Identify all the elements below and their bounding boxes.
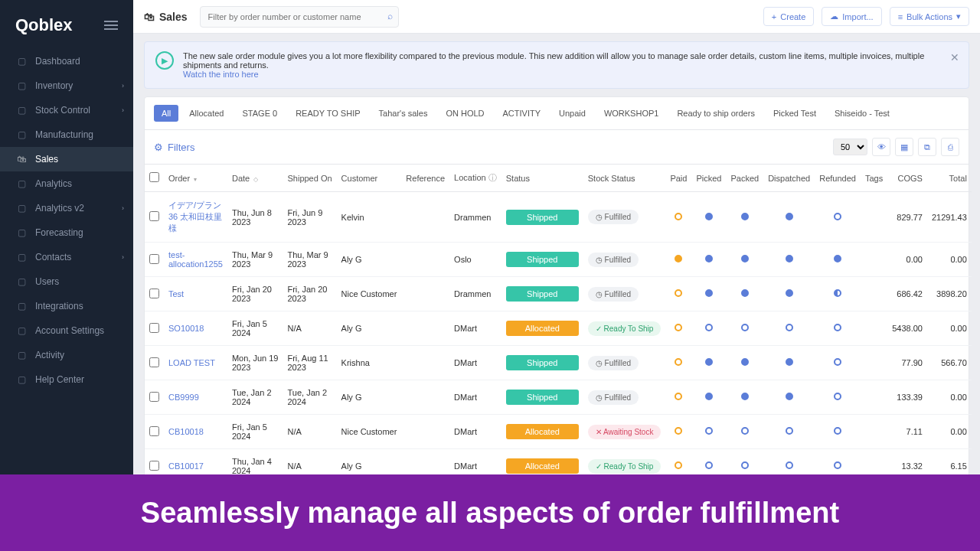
sidebar-item-integrations[interactable]: ▢Integrations xyxy=(0,294,133,318)
columns-icon[interactable]: ▦ xyxy=(895,138,913,156)
hamburger-icon[interactable] xyxy=(104,21,118,30)
dispatched-dot xyxy=(786,324,793,331)
sidebar-item-activity[interactable]: ▢Activity xyxy=(0,343,133,367)
sidebar-item-inventory[interactable]: ▢Inventory› xyxy=(0,73,133,98)
sidebar-item-dashboard[interactable]: ▢Dashboard xyxy=(0,49,133,73)
sidebar-item-manufacturing[interactable]: ▢Manufacturing xyxy=(0,122,133,147)
customer-cell: Aly G xyxy=(337,311,402,346)
import-button[interactable]: ☁Import... xyxy=(822,7,881,26)
copy-icon[interactable]: ⧉ xyxy=(918,138,936,156)
stock-status-badge: ◷ Fulfilled xyxy=(588,253,639,267)
sidebar-item-stock-control[interactable]: ▢Stock Control› xyxy=(0,98,133,122)
filters-toggle[interactable]: ⚙ Filters xyxy=(154,142,194,153)
col-date[interactable]: Date ◇ xyxy=(227,165,283,192)
sidebar-item-forecasting[interactable]: ▢Forecasting xyxy=(0,220,133,245)
sidebar-item-help-center[interactable]: ▢Help Center xyxy=(0,367,133,392)
sidebar-item-analytics[interactable]: ▢Analytics xyxy=(0,171,133,196)
view-icon[interactable]: 👁 xyxy=(872,138,890,156)
order-link[interactable]: test-allocation1255 xyxy=(164,243,227,277)
sidebar: Qoblex ▢Dashboard▢Inventory›▢Stock Contr… xyxy=(0,0,133,551)
row-checkbox[interactable] xyxy=(149,426,159,436)
picked-dot xyxy=(705,393,713,400)
col-order[interactable]: Order ▾ xyxy=(164,165,227,192)
sidebar-item-contacts[interactable]: ▢Contacts› xyxy=(0,245,133,269)
table-row[interactable]: CB10018 Fri, Jan 5 2024 N/A Nice Custome… xyxy=(145,415,972,449)
tab-allocated[interactable]: Allocated xyxy=(181,105,231,122)
table-row[interactable]: SO10018 Fri, Jan 5 2024 N/A Aly G DMart … xyxy=(145,311,972,346)
col-select[interactable] xyxy=(145,165,164,192)
tab-stage-0[interactable]: STAGE 0 xyxy=(235,105,286,122)
sidebar-item-users[interactable]: ▢Users xyxy=(0,269,133,294)
print-icon[interactable]: ⎙ xyxy=(941,138,959,156)
nav-label: Activity xyxy=(35,350,64,360)
col-customer[interactable]: Customer xyxy=(337,165,402,192)
row-checkbox[interactable] xyxy=(149,461,159,471)
reference-cell xyxy=(401,346,449,380)
col-picked[interactable]: Picked xyxy=(691,165,726,192)
cogs-cell: 5438.00 xyxy=(887,311,927,346)
alert-link[interactable]: Watch the intro here xyxy=(183,70,259,79)
sidebar-item-sales[interactable]: 🛍Sales xyxy=(0,147,133,171)
col-total[interactable]: Total xyxy=(927,165,972,192)
col-refunded[interactable]: Refunded xyxy=(815,165,861,192)
col-stock-status[interactable]: Stock Status xyxy=(583,165,666,192)
col-tags[interactable]: Tags xyxy=(861,165,887,192)
order-link[interactable]: CB9999 xyxy=(164,380,227,415)
table-row[interactable]: CB9999 Tue, Jan 2 2024 Tue, Jan 2 2024 A… xyxy=(145,380,972,415)
page-size-select[interactable]: 50 xyxy=(833,139,867,155)
table-row[interactable]: Test Fri, Jan 20 2023 Fri, Jan 20 2023 N… xyxy=(145,277,972,311)
tab-workshop1[interactable]: WORKSHOP1 xyxy=(596,105,667,122)
col-location[interactable]: Location ⓘ xyxy=(449,165,501,192)
tab-tahar-s-sales[interactable]: Tahar's sales xyxy=(371,105,436,122)
location-cell: Drammen xyxy=(449,277,501,311)
bulk-actions-button[interactable]: ≡Bulk Actions▾ xyxy=(890,7,969,26)
row-checkbox[interactable] xyxy=(149,211,159,221)
promo-banner: Seamlessly manage all aspects of order f… xyxy=(0,474,980,551)
tab-unpaid[interactable]: Unpaid xyxy=(551,105,593,122)
order-link[interactable]: CB10018 xyxy=(164,415,227,449)
create-button[interactable]: +Create xyxy=(763,7,814,26)
nav-icon: ▢ xyxy=(15,129,28,141)
search-icon[interactable]: ⌕ xyxy=(387,11,393,21)
col-reference[interactable]: Reference xyxy=(401,165,449,192)
customer-cell: Aly G xyxy=(337,380,402,415)
row-checkbox[interactable] xyxy=(149,323,159,333)
dispatched-dot xyxy=(786,289,793,297)
col-cogs[interactable]: COGS xyxy=(887,165,927,192)
tab-activity[interactable]: ACTIVITY xyxy=(495,105,549,122)
close-icon[interactable]: ✕ xyxy=(950,51,959,64)
table-row[interactable]: test-allocation1255 Thu, Mar 9 2023 Thu,… xyxy=(145,243,972,277)
date-cell: Thu, Jun 8 2023 xyxy=(227,192,283,243)
tab-all[interactable]: All xyxy=(154,105,178,122)
order-link[interactable]: イデア/プラン36 太和田枝里様 xyxy=(164,192,227,243)
select-all-checkbox[interactable] xyxy=(149,172,159,182)
topbar: 🛍 Sales ⌕ +Create ☁Import... ≡Bulk Actio… xyxy=(133,0,980,34)
location-cell: DMart xyxy=(449,311,501,346)
tab-on-hold[interactable]: ON HOLD xyxy=(438,105,492,122)
tab-ready-to-ship[interactable]: READY TO SHIP xyxy=(288,105,368,122)
sidebar-item-account-settings[interactable]: ▢Account Settings xyxy=(0,318,133,343)
order-link[interactable]: LOAD TEST xyxy=(164,346,227,380)
row-checkbox[interactable] xyxy=(149,289,159,298)
sidebar-item-analytics-v2[interactable]: ▢Analytics v2› xyxy=(0,196,133,220)
col-paid[interactable]: Paid xyxy=(665,165,691,192)
total-cell: 0.00 xyxy=(927,380,972,415)
sort-icon: ▾ xyxy=(194,176,197,183)
col-status[interactable]: Status xyxy=(501,165,583,192)
table-row[interactable]: イデア/プラン36 太和田枝里様 Thu, Jun 8 2023 Fri, Ju… xyxy=(145,192,972,243)
tab-shiseido-test[interactable]: Shiseido - Test xyxy=(827,105,897,122)
table-row[interactable]: LOAD TEST Mon, Jun 19 2023 Fri, Aug 11 2… xyxy=(145,346,972,380)
tab-ready-to-ship-orders[interactable]: Ready to ship orders xyxy=(669,105,763,122)
row-checkbox[interactable] xyxy=(149,392,159,402)
order-link[interactable]: SO10018 xyxy=(164,311,227,346)
nav-icon: ▢ xyxy=(15,202,28,214)
order-link[interactable]: Test xyxy=(164,277,227,311)
location-cell: DMart xyxy=(449,380,501,415)
search-input[interactable] xyxy=(200,6,399,28)
row-checkbox[interactable] xyxy=(149,357,159,367)
col-shipped-on[interactable]: Shipped On xyxy=(283,165,336,192)
col-dispatched[interactable]: Dispatched xyxy=(763,165,815,192)
col-packed[interactable]: Packed xyxy=(726,165,763,192)
row-checkbox[interactable] xyxy=(149,254,159,264)
tab-picked-test[interactable]: Picked Test xyxy=(766,105,824,122)
